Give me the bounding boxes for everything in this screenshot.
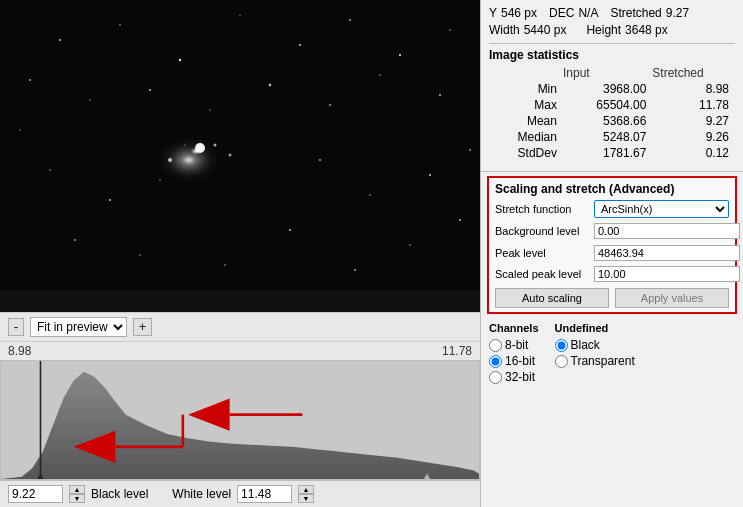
black-level-input[interactable]	[8, 485, 63, 503]
histogram-min-label: 8.98	[8, 344, 31, 358]
height-value: 3648 px	[625, 23, 668, 37]
width-value: 5440 px	[524, 23, 567, 37]
svg-point-6	[349, 19, 351, 21]
svg-point-27	[409, 244, 411, 246]
scaling-section: Scaling and stretch (Advanced) Stretch f…	[487, 176, 737, 314]
bottom-section: Channels 8-bit 16-bit 32-bit Undefined	[481, 318, 743, 388]
scaled-peak-input[interactable]	[594, 266, 740, 282]
stat-input: 65504.00	[563, 97, 652, 113]
black-level-down[interactable]: ▼	[69, 494, 85, 503]
divider-1	[489, 43, 735, 44]
channel-16bit-label: 16-bit	[505, 354, 535, 368]
auto-scaling-button[interactable]: Auto scaling	[495, 288, 609, 308]
stats-title: Image statistics	[489, 48, 735, 62]
table-row: Max 65504.00 11.78	[489, 97, 735, 113]
undefined-transparent-radio[interactable]	[555, 355, 568, 368]
stat-label: Max	[489, 97, 563, 113]
zoom-in-button[interactable]: +	[133, 318, 152, 336]
svg-point-31	[224, 264, 226, 266]
svg-point-28	[459, 219, 461, 221]
channels-title: Channels	[489, 322, 539, 334]
white-level-up[interactable]: ▲	[298, 485, 314, 494]
stats-section: Y 546 px DEC N/A Stretched 9.27 Width 54…	[481, 0, 743, 167]
dec-value: N/A	[578, 6, 598, 20]
col-empty	[489, 65, 563, 81]
peak-row: Peak level ↑	[495, 244, 729, 262]
white-level-spinner[interactable]: ▲ ▼	[298, 485, 314, 503]
divider-2	[481, 171, 743, 172]
stretch-row: Stretch function ArcSinh(x) Linear Log S…	[495, 200, 729, 218]
svg-point-29	[19, 129, 20, 130]
svg-point-21	[319, 159, 321, 161]
svg-point-17	[469, 149, 471, 151]
size-row: Width 5440 px Height 3648 px	[489, 23, 735, 37]
black-level-label: Black level	[91, 487, 148, 501]
white-level-input[interactable]	[237, 485, 292, 503]
table-row: StdDev 1781.67 0.12	[489, 145, 735, 161]
undefined-black-label: Black	[571, 338, 600, 352]
svg-point-10	[89, 99, 91, 101]
svg-point-19	[109, 199, 111, 201]
svg-point-5	[299, 44, 301, 46]
apply-values-button[interactable]: Apply values	[615, 288, 729, 308]
bg-input[interactable]	[594, 223, 740, 239]
bg-label: Background level	[495, 225, 590, 237]
stat-label: StdDev	[489, 145, 563, 161]
channel-32bit-label: 32-bit	[505, 370, 535, 384]
channel-8bit: 8-bit	[489, 338, 539, 352]
peak-label: Peak level	[495, 247, 590, 259]
stat-stretched: 8.98	[652, 81, 735, 97]
undefined-transparent: Transparent	[555, 354, 635, 368]
col-input: Input	[563, 65, 652, 81]
svg-point-24	[74, 239, 76, 241]
channels-row: Channels 8-bit 16-bit 32-bit Undefined	[489, 322, 735, 384]
dec-label: DEC	[549, 6, 574, 20]
svg-point-25	[139, 254, 141, 256]
svg-point-15	[379, 74, 381, 76]
stat-stretched: 11.78	[652, 97, 735, 113]
stretch-select[interactable]: ArcSinh(x) Linear Log Sqrt	[594, 200, 729, 218]
table-row: Median 5248.07 9.26	[489, 129, 735, 145]
scaled-peak-row: Scaled peak level	[495, 266, 729, 282]
bg-row: Background level ↑	[495, 222, 729, 240]
coord-row: Y 546 px DEC N/A Stretched 9.27	[489, 6, 735, 20]
stat-label: Median	[489, 129, 563, 145]
y-value: 546 px	[501, 6, 537, 20]
right-panel: Y 546 px DEC N/A Stretched 9.27 Width 54…	[480, 0, 743, 507]
undefined-title: Undefined	[555, 322, 635, 334]
black-level-up[interactable]: ▲	[69, 485, 85, 494]
width-label: Width	[489, 23, 520, 37]
channel-16bit: 16-bit	[489, 354, 539, 368]
svg-point-26	[289, 229, 291, 231]
channel-8bit-radio[interactable]	[489, 339, 502, 352]
stretch-label: Stretch function	[495, 203, 590, 215]
svg-point-18	[49, 169, 51, 171]
table-row: Min 3968.00 8.98	[489, 81, 735, 97]
undefined-transparent-label: Transparent	[571, 354, 635, 368]
zoom-out-button[interactable]: -	[8, 318, 24, 336]
table-row: Mean 5368.66 9.27	[489, 113, 735, 129]
channel-8bit-label: 8-bit	[505, 338, 528, 352]
svg-point-7	[399, 54, 401, 56]
svg-point-37	[168, 158, 172, 162]
channel-16bit-radio[interactable]	[489, 355, 502, 368]
range-labels: 8.98 11.78	[0, 342, 480, 360]
peak-input[interactable]	[594, 245, 740, 261]
scaling-title: Scaling and stretch (Advanced)	[495, 182, 729, 196]
stat-label: Min	[489, 81, 563, 97]
channel-32bit-radio[interactable]	[489, 371, 502, 384]
svg-point-11	[149, 89, 151, 91]
white-level-down[interactable]: ▼	[298, 494, 314, 503]
scaling-buttons: Auto scaling Apply values	[495, 288, 729, 308]
undefined-black-radio[interactable]	[555, 339, 568, 352]
stat-stretched: 0.12	[652, 145, 735, 161]
svg-point-14	[329, 104, 331, 106]
svg-point-3	[179, 59, 181, 61]
scaled-peak-label: Scaled peak level	[495, 268, 590, 280]
black-level-spinner[interactable]: ▲ ▼	[69, 485, 85, 503]
level-controls: ▲ ▼ Black level White level ▲ ▼	[0, 480, 480, 507]
stretched-label: Stretched	[610, 6, 661, 20]
svg-point-13	[269, 84, 271, 86]
fit-select[interactable]: Fit in preview 100% 50% 25%	[30, 317, 127, 337]
image-area	[0, 0, 480, 312]
